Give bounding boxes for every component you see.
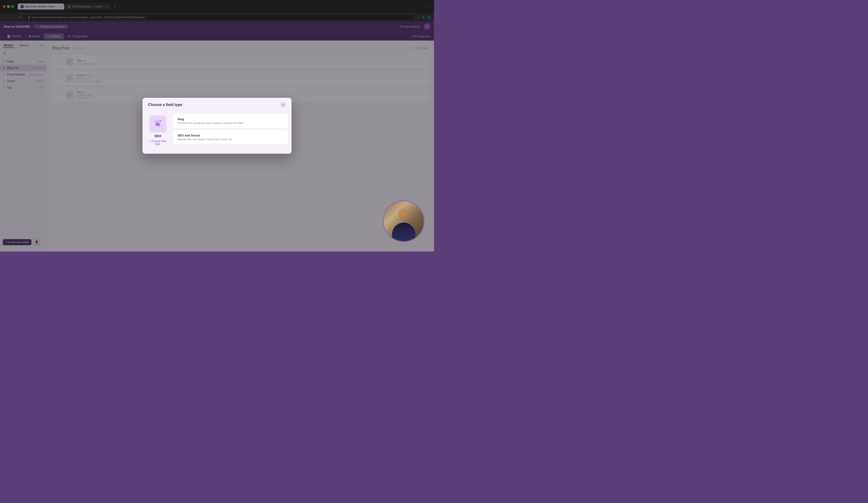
- option-desc-slug: Generate the record permalink based on a…: [177, 122, 283, 124]
- person-head: [398, 208, 410, 220]
- modal-body: SEO SEO « Change field type Slug Generat…: [143, 112, 291, 154]
- option-title-seo-social: SEO and Social: [177, 134, 283, 137]
- modal-overlay[interactable]: Choose a field type ✕ SEO: [0, 41, 434, 252]
- webcam-overlay: [383, 200, 425, 242]
- seo-field-icon: SEO: [149, 115, 166, 132]
- svg-rect-2: [160, 120, 161, 122]
- modal-header: Choose a field type ✕: [143, 98, 291, 112]
- webcam-video: [384, 201, 424, 241]
- option-title-slug: Slug: [177, 117, 283, 121]
- modal-title: Choose a field type: [148, 103, 182, 107]
- seo-svg-icon: SEO: [153, 119, 163, 129]
- person-figure: [384, 201, 424, 241]
- app-container: How to DatoCMS 🌿 Primary environment ▾ ⚙…: [0, 21, 434, 252]
- options-panel: Slug Generate the record permalink based…: [173, 112, 288, 149]
- option-desc-seo-social: Manage title, description, OpenGraph car…: [177, 138, 283, 141]
- selected-field-name: SEO: [154, 134, 161, 138]
- option-card-slug[interactable]: Slug Generate the record permalink based…: [173, 114, 288, 128]
- person-body: [392, 223, 415, 241]
- change-field-type-link[interactable]: « Change field type: [148, 140, 168, 145]
- option-card-seo-social[interactable]: SEO and Social Manage title, description…: [173, 130, 288, 144]
- modal-dialog: Choose a field type ✕ SEO: [143, 98, 291, 154]
- main-area: Models Blocks ↻ 🔍 Page page Blog Post bl…: [0, 41, 434, 252]
- modal-close-button[interactable]: ✕: [280, 102, 286, 107]
- selected-field-panel: SEO SEO « Change field type: [146, 112, 169, 149]
